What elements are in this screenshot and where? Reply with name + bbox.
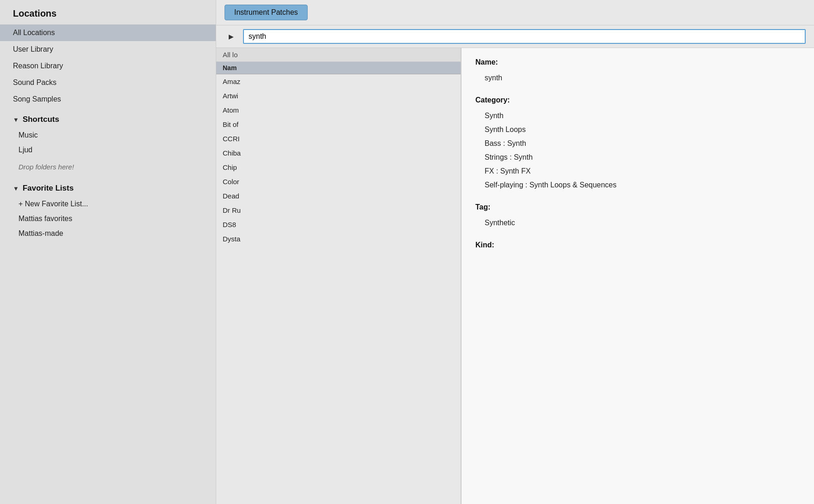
ac-name-section-title: Name: (475, 58, 800, 66)
favorite-lists-header: ▼ Favorite Lists (0, 176, 216, 197)
list-item[interactable]: Bit of (216, 117, 461, 132)
play-button[interactable]: ▶ (225, 30, 237, 43)
content-area: All lo Nam AmazArtwiAtomBit ofCCRIChibaC… (216, 48, 814, 504)
locations-title: Locations (0, 0, 216, 24)
list-item[interactable]: Artwi (216, 89, 461, 103)
shortcuts-header: ▼ Shortcuts (0, 108, 216, 128)
search-row: ▶ (216, 25, 814, 48)
list-item[interactable]: Chip (216, 160, 461, 174)
ac-category-item[interactable]: Self-playing : Synth Loops & Sequences (475, 178, 800, 192)
sidebar-shortcut-item[interactable]: Ljud (0, 143, 216, 157)
list-item[interactable]: Amaz (216, 74, 461, 89)
ac-name-item[interactable]: synth (475, 71, 800, 85)
sidebar-locations-list: All LocationsUser LibraryReason LibraryS… (0, 24, 216, 108)
shortcuts-label: Shortcuts (23, 115, 59, 124)
ac-category-item[interactable]: Synth Loops (475, 123, 800, 137)
browse-header-label: All lo (223, 51, 238, 59)
column-header-row: Nam (216, 62, 461, 74)
sidebar-item-location[interactable]: All Locations (0, 24, 216, 41)
sidebar-shortcut-item[interactable]: Music (0, 128, 216, 143)
sidebar-shortcuts-list: MusicLjud (0, 128, 216, 157)
list-item[interactable]: Dead (216, 189, 461, 203)
main-area: Instrument Patches ▶ All lo Nam AmazArtw… (216, 0, 814, 504)
list-item[interactable]: Dr Ru (216, 203, 461, 217)
browse-header-row: All lo (216, 48, 461, 62)
drop-folders-hint: Drop folders here! (0, 157, 216, 176)
list-item[interactable]: Dysta (216, 232, 461, 246)
sidebar-favorites-list: + New Favorite List...Mattias favoritesM… (0, 197, 216, 241)
sidebar-item-location[interactable]: User Library (0, 41, 216, 58)
sidebar-favorite-item[interactable]: Mattias-made (0, 226, 216, 241)
favorite-lists-triangle-icon: ▼ (13, 185, 19, 192)
instrument-patches-tab[interactable]: Instrument Patches (225, 5, 308, 20)
sidebar-item-location[interactable]: Reason Library (0, 58, 216, 74)
ac-name-items: synth (475, 71, 800, 85)
list-item[interactable]: Color (216, 174, 461, 189)
topbar: Instrument Patches (216, 0, 814, 25)
ac-category-section-title: Category: (475, 96, 800, 104)
browse-list: All lo Nam AmazArtwiAtomBit ofCCRIChibaC… (216, 48, 461, 504)
sidebar-item-location[interactable]: Sound Packs (0, 74, 216, 91)
sidebar: Locations All LocationsUser LibraryReaso… (0, 0, 216, 504)
list-item[interactable]: CCRI (216, 132, 461, 146)
autocomplete-box: Name: synth Category: SynthSynth LoopsBa… (461, 48, 814, 504)
ac-tag-items: Synthetic (475, 216, 800, 230)
list-item[interactable]: DS8 (216, 217, 461, 232)
ac-category-item[interactable]: Strings : Synth (475, 150, 800, 164)
play-icon: ▶ (229, 33, 234, 40)
browse-items-container: AmazArtwiAtomBit ofCCRIChibaChipColorDea… (216, 74, 461, 246)
shortcuts-triangle-icon: ▼ (13, 116, 19, 123)
ac-kind-section-title: Kind: (475, 241, 800, 249)
ac-tag-item[interactable]: Synthetic (475, 216, 800, 230)
search-input[interactable] (243, 29, 806, 44)
column-header-label: Nam (223, 64, 237, 72)
ac-tag-section-title: Tag: (475, 203, 800, 211)
favorite-lists-label: Favorite Lists (23, 184, 74, 193)
sidebar-favorite-item[interactable]: Mattias favorites (0, 211, 216, 226)
sidebar-item-location[interactable]: Song Samples (0, 91, 216, 108)
list-item[interactable]: Chiba (216, 146, 461, 160)
ac-category-item[interactable]: Synth (475, 109, 800, 123)
list-item[interactable]: Atom (216, 103, 461, 117)
ac-category-items: SynthSynth LoopsBass : SynthStrings : Sy… (475, 109, 800, 192)
ac-category-item[interactable]: FX : Synth FX (475, 164, 800, 178)
ac-category-item[interactable]: Bass : Synth (475, 137, 800, 150)
sidebar-favorite-item[interactable]: + New Favorite List... (0, 197, 216, 211)
